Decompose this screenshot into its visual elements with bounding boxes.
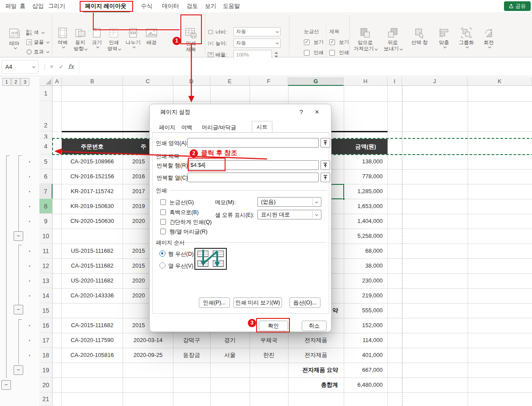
row-col-headings-checkbox[interactable] [160,229,166,234]
rotate-button[interactable]: 회전 [479,26,498,48]
cell-c12[interactable]: 2015 [123,258,149,273]
comments-select[interactable]: (없음) [257,197,321,207]
cell-h9[interactable]: 1,404,000 [344,214,388,229]
col-header-j[interactable]: J [402,77,468,86]
row-header-1[interactable]: 1 [39,86,53,101]
align-button[interactable]: 맞춤 [434,26,454,48]
dialog-tab-margins[interactable]: 여백 [177,122,197,133]
col-header-a[interactable]: A [53,77,62,86]
print-area-collapse-button[interactable] [321,138,330,148]
print-area-button[interactable]: 인쇄 영역 [104,26,123,52]
dialog-tab-header-footer[interactable]: 머리글/바닥글 [197,122,240,133]
col-header-b[interactable]: B [62,77,123,86]
col-header-h[interactable]: H [344,77,388,86]
breaks-button[interactable]: 나누기 [124,26,142,48]
cell-h11[interactable]: 68,000 [344,244,388,258]
row-header-12[interactable]: 12 [39,258,53,273]
print-button[interactable]: 인쇄(P)... [199,297,230,308]
cell-h13[interactable]: 230,000 [344,273,388,288]
col-header-i[interactable]: I [388,77,402,86]
margins-button[interactable]: 여백 [54,26,71,48]
row-header-10[interactable]: 10 [39,229,53,244]
cell-b14[interactable]: CA-2020-143336 [62,288,123,303]
width-select[interactable]: 자동 [233,27,281,36]
dialog-tab-sheet[interactable]: 시트 [252,121,272,133]
col-header-c[interactable]: C [123,77,173,86]
outline-level-3-button[interactable]: 3 [21,78,29,86]
cell-b11[interactable]: US-2015-111682 [62,244,123,258]
cell-h10[interactable]: 5,258,000 [344,229,388,244]
row-header-20[interactable]: 20 [39,378,53,392]
enter-formula-icon[interactable]: ✓ [57,60,66,74]
share-button[interactable]: 공유 [504,1,531,11]
col-first-radio[interactable] [159,262,166,268]
options-button[interactable]: 옵션(O)... [289,297,321,308]
cancel-formula-icon[interactable]: × [47,60,56,74]
cell-d18[interactable]: 동장금 [173,348,210,363]
name-box[interactable]: A4 [1,60,39,74]
row-header-16[interactable]: 16 [39,318,53,333]
row-header-17[interactable]: 17 [39,333,53,348]
cell-b16[interactable]: CA-2015-111682 [62,318,123,333]
cell-b9[interactable]: CN-2020-150630 [62,214,123,229]
tab-help[interactable]: 도움말 [222,0,241,12]
cell-b12[interactable]: CA-2015-111682 [62,258,123,273]
row-header-9[interactable]: 9 [39,214,53,229]
col-header-g[interactable]: G [288,77,344,86]
rows-repeat-collapse-button[interactable] [321,160,330,170]
col-header-d[interactable]: D [173,77,210,86]
row-header-3[interactable]: 3 [39,131,53,139]
cell-f17[interactable]: 우체국 [250,333,288,348]
tab-file[interactable]: 파일 [4,0,18,12]
fill-handle[interactable] [342,198,345,200]
row-header-13[interactable]: 13 [39,273,53,288]
height-select[interactable]: 자동 [233,39,281,48]
theme-fonts-button[interactable]: 가글꼴 [26,38,49,46]
row-header-4[interactable]: 4 [39,139,53,154]
cell-b6[interactable]: CN-2016-152156 [62,169,123,184]
row-header-18[interactable]: 18 [39,348,53,363]
gridlines-checkbox[interactable] [160,199,166,205]
cell-h8[interactable]: 1,653,000 [344,199,388,214]
cell-h20[interactable]: 6,480,000 [344,378,388,392]
cell-g17[interactable]: 전자제품 [288,333,344,348]
cell-c14[interactable]: 2020 [123,288,149,303]
print-area-input[interactable] [187,138,319,148]
formula-input[interactable] [79,60,531,74]
black-white-checkbox[interactable] [160,209,166,215]
headings-view-checkbox[interactable]: 보기 [329,38,349,46]
group-button[interactable]: 그룹화 [455,26,477,48]
tab-home[interactable]: 홈 [19,0,26,12]
row-header-7[interactable]: 7 [39,184,53,199]
outline-collapse-button-3[interactable]: − [14,365,23,375]
outline-level-1-button[interactable]: 1 [2,78,11,86]
cols-repeat-input[interactable] [187,173,319,182]
cell-d17[interactable]: 강덕구 [173,333,210,348]
row-header-11[interactable]: 11 [39,244,53,258]
cell-h19[interactable]: 667,000 [344,363,388,378]
tab-data[interactable]: 데이터 [161,0,180,12]
selection-pane-button[interactable]: 선택 창 [407,26,432,46]
cell-b18[interactable]: CA-2020-105816 [62,348,123,363]
cell-b5[interactable]: CA-2015-108966 [62,154,123,169]
size-button[interactable]: 크기 [89,26,104,48]
col-header-f[interactable]: F [250,77,288,86]
cell-b13[interactable]: US-2020-111682 [62,273,123,288]
cell-h7[interactable]: 1,285,000 [344,184,388,199]
cell-e17[interactable]: 경기 [210,333,250,348]
row-header-5[interactable]: 5 [39,154,53,169]
gridlines-view-checkbox[interactable]: 보기 [304,38,324,46]
print-preview-button[interactable]: 인쇄 미리 보기(W) [233,297,282,308]
row-header-2[interactable]: 2 [39,101,53,131]
row-header-6[interactable]: 6 [39,169,53,184]
cell-errors-select[interactable]: 표시된 대로 [257,210,321,219]
outline-collapse-button-2[interactable]: − [14,305,23,314]
send-backward-button[interactable]: 뒤로 보내기 [380,26,405,52]
headings-print-checkbox[interactable]: 인쇄 [329,48,349,57]
cell-c5[interactable]: 2015 [123,154,149,169]
cell-c11[interactable]: 2015 [123,244,149,258]
select-all-corner[interactable] [39,77,53,86]
cell-c6[interactable]: 2016 [123,169,149,184]
cell-b8[interactable]: KR-2019-150630 [62,199,123,214]
cell-f18[interactable]: 한진 [250,348,288,363]
